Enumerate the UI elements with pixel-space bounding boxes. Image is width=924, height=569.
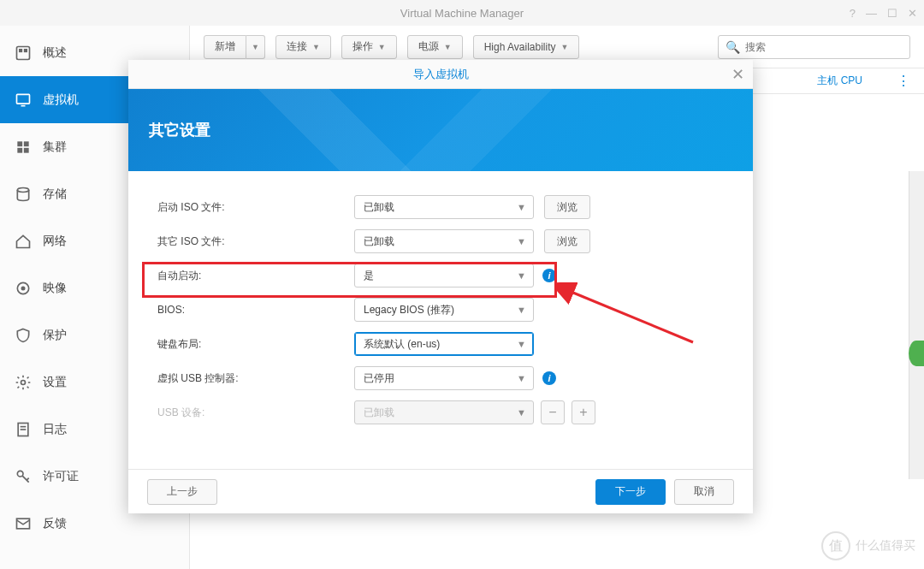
search-input[interactable] <box>745 41 903 53</box>
dialog-section-title: 其它设置 <box>149 120 210 140</box>
sidebar-item-label: 许可证 <box>43 469 79 484</box>
dialog-footer: 上一步 下一步 取消 <box>128 469 753 513</box>
chevron-down-icon: ▼ <box>517 202 526 212</box>
sidebar-item-label: 日志 <box>43 422 67 437</box>
dialog-banner: 其它设置 <box>128 89 753 171</box>
vm-icon <box>14 91 33 110</box>
chevron-down-icon: ▼ <box>252 43 259 51</box>
chevron-down-icon: ▼ <box>517 373 526 383</box>
connect-button[interactable]: 连接▼ <box>275 35 331 59</box>
network-icon <box>14 232 33 251</box>
column-host-cpu[interactable]: 主机 CPU <box>817 74 897 88</box>
window-titlebar: Virtual Machine Manager ? — ☐ ✕ <box>0 0 924 26</box>
svg-rect-0 <box>17 46 30 59</box>
add-usb-button[interactable]: + <box>572 400 595 424</box>
window-controls: ? — ☐ ✕ <box>850 0 917 26</box>
chevron-down-icon: ▼ <box>444 43 452 51</box>
keyboard-select[interactable]: 系统默认 (en-us)▼ <box>354 332 534 356</box>
search-box[interactable]: 🔍 <box>718 35 910 59</box>
shield-icon <box>14 326 33 345</box>
remove-usb-button[interactable]: − <box>541 400 565 424</box>
chevron-down-icon: ▼ <box>517 339 526 349</box>
other-iso-label: 其它 ISO 文件: <box>157 234 354 249</box>
window-title: Virtual Machine Manager <box>400 7 524 20</box>
watermark: 值 什么值得买 <box>821 531 915 560</box>
info-icon[interactable]: i <box>542 269 556 282</box>
svg-rect-2 <box>24 49 27 52</box>
keyboard-label: 键盘布局: <box>157 337 354 352</box>
watermark-text: 什么值得买 <box>856 538 915 554</box>
chevron-down-icon: ▼ <box>517 407 526 418</box>
dialog-titlebar: 导入虚拟机 ✕ <box>128 60 753 89</box>
usb-controller-select[interactable]: 已停用▼ <box>354 366 534 390</box>
sidebar-item-label: 映像 <box>43 281 67 296</box>
bios-select[interactable]: Legacy BIOS (推荐)▼ <box>354 298 534 322</box>
key-icon <box>14 467 33 486</box>
cluster-icon <box>14 138 33 157</box>
chevron-down-icon: ▼ <box>517 270 526 281</box>
background-panel-edge <box>909 171 924 479</box>
boot-iso-label: 启动 ISO 文件: <box>157 200 354 215</box>
boot-iso-select[interactable]: 已卸载▼ <box>354 195 534 219</box>
svg-rect-5 <box>17 141 22 146</box>
mail-icon <box>14 514 33 533</box>
sidebar-item-label: 集群 <box>43 139 67 155</box>
bios-label: BIOS: <box>157 304 354 316</box>
dialog-title: 导入虚拟机 <box>413 67 469 82</box>
close-icon[interactable]: ✕ <box>732 65 744 84</box>
usb-controller-label: 虚拟 USB 控制器: <box>157 371 354 386</box>
add-button-group[interactable]: 新增 ▼ <box>204 35 265 59</box>
svg-rect-6 <box>24 141 29 146</box>
log-icon <box>14 420 33 439</box>
column-menu-icon[interactable]: ⋮ <box>897 73 910 89</box>
usb-device-label: USB 设备: <box>157 406 354 420</box>
sidebar-item-label: 设置 <box>43 375 67 390</box>
overview-icon <box>14 44 33 62</box>
usb-device-select: 已卸载▼ <box>354 400 534 424</box>
previous-button[interactable]: 上一步 <box>147 479 217 505</box>
chevron-down-icon: ▼ <box>378 43 386 51</box>
chevron-down-icon: ▼ <box>517 305 526 315</box>
sidebar-item-label: 保护 <box>43 328 67 343</box>
svg-point-12 <box>21 380 26 384</box>
autostart-select[interactable]: 是▼ <box>354 264 534 287</box>
svg-point-11 <box>21 286 26 290</box>
cancel-button[interactable]: 取消 <box>674 479 734 505</box>
window-minimize-icon[interactable]: — <box>866 7 877 20</box>
autostart-label: 自动启动: <box>157 269 354 283</box>
add-dropdown-button: ▼ <box>246 35 265 59</box>
svg-rect-1 <box>19 49 22 52</box>
chevron-down-icon: ▼ <box>561 43 569 51</box>
power-button[interactable]: 电源▼ <box>407 35 463 59</box>
gear-icon <box>14 373 33 392</box>
next-button[interactable]: 下一步 <box>595 479 666 505</box>
search-icon: 🔍 <box>726 40 740 54</box>
background-status-dot <box>909 341 924 366</box>
chevron-down-icon: ▼ <box>312 43 320 51</box>
import-vm-dialog: 导入虚拟机 ✕ 其它设置 启动 ISO 文件: 已卸载▼ 浏览 其它 ISO 文… <box>128 60 753 513</box>
dialog-body: 启动 ISO 文件: 已卸载▼ 浏览 其它 ISO 文件: 已卸载▼ 浏览 自动… <box>128 171 753 469</box>
ha-button[interactable]: High Availability▼ <box>473 35 580 59</box>
browse-other-iso-button[interactable]: 浏览 <box>544 229 590 253</box>
chevron-down-icon: ▼ <box>517 236 526 246</box>
add-button: 新增 <box>204 35 246 59</box>
svg-point-16 <box>17 471 23 477</box>
svg-rect-8 <box>24 147 29 152</box>
browse-boot-iso-button[interactable]: 浏览 <box>544 195 590 219</box>
info-icon[interactable]: i <box>542 371 556 385</box>
watermark-badge: 值 <box>821 531 850 560</box>
svg-rect-7 <box>17 147 22 152</box>
sidebar-item-label: 概述 <box>43 45 67 61</box>
svg-rect-3 <box>17 94 30 104</box>
storage-icon <box>14 185 33 204</box>
other-iso-select[interactable]: 已卸载▼ <box>354 229 534 253</box>
sidebar-item-label: 反馈 <box>43 516 67 531</box>
sidebar-item-label: 虚拟机 <box>43 92 79 108</box>
window-help-icon[interactable]: ? <box>850 7 856 20</box>
svg-point-9 <box>17 187 28 192</box>
sidebar-item-label: 网络 <box>43 234 67 249</box>
window-close-icon[interactable]: ✕ <box>908 7 917 20</box>
sidebar-item-label: 存储 <box>43 187 67 202</box>
action-button[interactable]: 操作▼ <box>341 35 397 59</box>
window-maximize-icon[interactable]: ☐ <box>887 7 897 20</box>
